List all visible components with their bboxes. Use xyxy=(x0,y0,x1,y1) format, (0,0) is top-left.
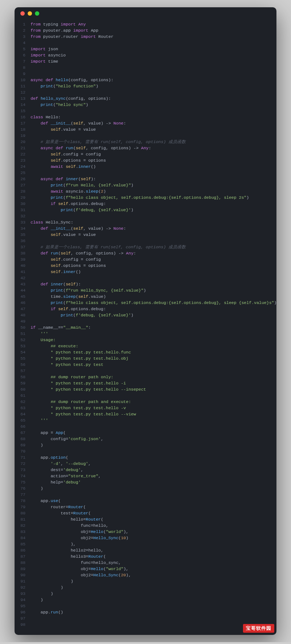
line-number: 42 xyxy=(15,275,25,281)
line-number: 69 xyxy=(15,442,25,448)
line-number-gutter: 1234567891011121314151617181920212223242… xyxy=(15,21,31,628)
code-line: * python test.py test.hello --insepect xyxy=(31,386,276,392)
code-line: def __init__(self, value) -> None: xyxy=(31,225,276,232)
line-number: 55 xyxy=(15,355,25,361)
line-number: 22 xyxy=(15,151,25,157)
line-number: 91 xyxy=(15,578,25,584)
line-number: 27 xyxy=(15,182,25,188)
code-content[interactable]: from typing import Anyfrom pyouter.app i… xyxy=(31,21,276,628)
line-number: 9 xyxy=(15,71,25,77)
line-number: 96 xyxy=(15,609,25,615)
line-number: 80 xyxy=(15,510,25,516)
line-number: 15 xyxy=(15,108,25,114)
code-line: '-d', '--debug', xyxy=(31,461,276,467)
code-line: router=Router( xyxy=(31,504,276,510)
code-line: config='config.json', xyxy=(31,436,276,442)
line-number: 65 xyxy=(15,417,25,423)
line-number: 24 xyxy=(15,163,25,170)
line-number: 46 xyxy=(15,300,25,306)
code-line: app.use( xyxy=(31,498,276,504)
line-number: 49 xyxy=(15,318,25,324)
line-number: 4 xyxy=(15,40,25,46)
code-line: from pyouter.router import Router xyxy=(31,33,276,40)
line-number: 32 xyxy=(15,213,25,219)
code-line: func=hello, xyxy=(31,522,276,529)
close-icon[interactable] xyxy=(20,11,25,16)
code-line: ) xyxy=(31,578,276,584)
code-line: self.config = config xyxy=(31,256,276,262)
code-line: ) xyxy=(31,590,276,597)
line-number: 52 xyxy=(15,337,25,343)
code-line: app.run() xyxy=(31,609,276,615)
line-number: 71 xyxy=(15,454,25,461)
line-number: 73 xyxy=(15,467,25,473)
line-number: 86 xyxy=(15,547,25,553)
code-line xyxy=(31,603,276,609)
code-line: print(f'debug, {self.value}') xyxy=(31,312,276,318)
minimize-icon[interactable] xyxy=(28,11,32,16)
code-line: import json xyxy=(31,46,276,52)
code-line xyxy=(31,392,276,399)
code-line: async def run(self, config, options) -> … xyxy=(31,145,276,151)
line-number: 13 xyxy=(15,95,25,102)
line-number: 84 xyxy=(15,535,25,541)
code-line: await asyncio.sleep(2) xyxy=(31,188,276,194)
code-line: obj2=Hello_Sync(20), xyxy=(31,572,276,578)
code-line: # 如果是一个class, 需要有 run(self, config, opti… xyxy=(31,139,276,145)
code-line: async def inner(self): xyxy=(31,176,276,182)
code-line xyxy=(31,71,276,77)
line-number: 45 xyxy=(15,293,25,300)
line-number: 88 xyxy=(15,560,25,566)
code-line: def run(self, config, options) -> Any: xyxy=(31,250,276,256)
maximize-icon[interactable] xyxy=(35,11,39,16)
code-line: def inner(self): xyxy=(31,281,276,287)
code-line xyxy=(31,89,276,95)
code-line: print("hello function") xyxy=(31,83,276,89)
code-line: Usage: xyxy=(31,337,276,343)
line-number: 97 xyxy=(15,615,25,621)
line-number: 8 xyxy=(15,64,25,71)
code-line: def __init__(self, value) -> None: xyxy=(31,120,276,126)
line-number: 12 xyxy=(15,89,25,95)
code-line xyxy=(31,108,276,114)
code-line xyxy=(31,491,276,498)
line-number: 81 xyxy=(15,516,25,522)
line-number: 51 xyxy=(15,331,25,337)
line-number: 20 xyxy=(15,139,25,145)
line-number: 75 xyxy=(15,479,25,485)
code-line: ''' xyxy=(31,417,276,423)
line-number: 47 xyxy=(15,306,25,312)
line-number: 62 xyxy=(15,399,25,405)
line-number: 43 xyxy=(15,281,25,287)
line-number: 70 xyxy=(15,448,25,454)
code-line: func=hello_sync, xyxy=(31,560,276,566)
line-number: 37 xyxy=(15,244,25,250)
code-line xyxy=(31,423,276,430)
line-number: 53 xyxy=(15,343,25,349)
line-number: 34 xyxy=(15,225,25,232)
code-line xyxy=(31,621,276,628)
code-line: self.config = config xyxy=(31,151,276,157)
code-line: self.inner() xyxy=(31,269,276,275)
line-number: 66 xyxy=(15,423,25,430)
code-line: from typing import Any xyxy=(31,21,276,27)
line-number: 54 xyxy=(15,349,25,355)
code-line: print(f'debug, {self.value}') xyxy=(31,207,276,213)
line-number: 26 xyxy=(15,176,25,182)
code-line xyxy=(31,170,276,176)
code-line xyxy=(31,238,276,244)
code-line: * python test.py test xyxy=(31,361,276,368)
code-editor[interactable]: 1234567891011121314151617181920212223242… xyxy=(15,20,276,635)
window-titlebar xyxy=(15,7,276,20)
line-number: 93 xyxy=(15,590,25,597)
code-line xyxy=(31,368,276,374)
line-number: 21 xyxy=(15,145,25,151)
line-number: 44 xyxy=(15,287,25,293)
line-number: 58 xyxy=(15,374,25,380)
code-line: * python test.py test.hello -v xyxy=(31,405,276,411)
code-line: ## dump router path only: xyxy=(31,374,276,380)
line-number: 90 xyxy=(15,572,25,578)
code-line: action="store_true", xyxy=(31,473,276,479)
code-line: * python test.py test.hello.func xyxy=(31,349,276,355)
line-number: 64 xyxy=(15,411,25,417)
